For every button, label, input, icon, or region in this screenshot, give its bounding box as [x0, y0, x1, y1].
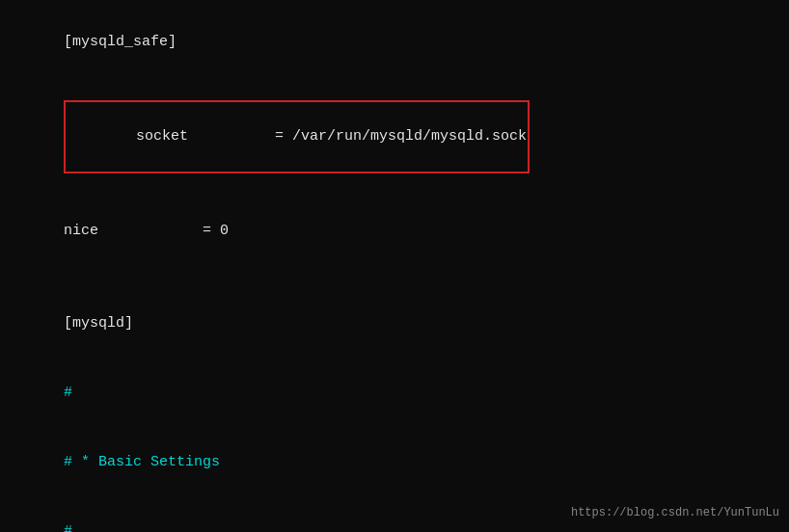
line-1: [mysqld_safe]	[12, 8, 777, 77]
line-4	[12, 266, 777, 289]
line-5: [mysqld]	[12, 289, 777, 359]
highlight-box-1: socket = /var/run/mysqld/mysqld.sock	[64, 100, 530, 173]
basic-settings-comment: # * Basic Settings	[64, 454, 220, 470]
comment-hash-2: #	[64, 523, 72, 532]
line-7: # * Basic Settings	[12, 428, 777, 497]
line2-text: socket = /var/run/mysqld/mysqld.sock	[136, 128, 527, 145]
watermark: https://blog.csdn.net/YunTunLu	[571, 504, 779, 522]
line3-text: nice = 0	[64, 223, 229, 239]
content-area: [mysqld_safe] socket = /var/run/mysqld/m…	[12, 8, 777, 532]
line-3: nice = 0	[12, 197, 777, 266]
line-2: socket = /var/run/mysqld/mysqld.sock	[12, 77, 777, 197]
line-6: #	[12, 359, 777, 428]
comment-hash-1: #	[64, 385, 72, 401]
mysqld-section: [mysqld]	[64, 315, 133, 332]
text-mysqld-safe: [mysqld_safe]	[64, 34, 177, 50]
terminal-window: [mysqld_safe] socket = /var/run/mysqld/m…	[0, 0, 789, 532]
